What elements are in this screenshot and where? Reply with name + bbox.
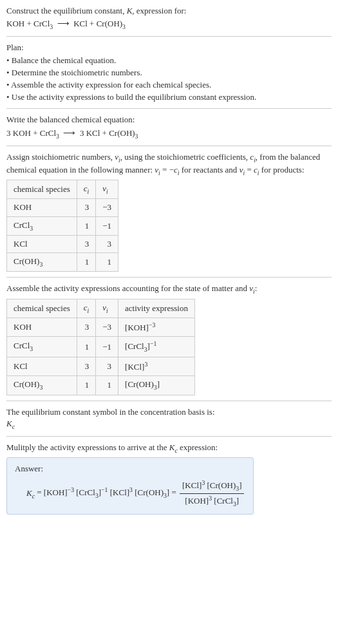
divider bbox=[6, 436, 332, 437]
plan-item: • Balance the chemical equation. bbox=[6, 55, 332, 66]
table-cell: [CrCl3]−1 bbox=[118, 337, 195, 357]
stoich-intro: Assign stoichiometric numbers, νi, using… bbox=[6, 151, 332, 177]
divider bbox=[6, 108, 332, 109]
table-cell: 1 bbox=[77, 337, 96, 357]
kc-symbol-label: The equilibrium constant symbol in the c… bbox=[6, 406, 332, 418]
table-row: KCl 3 3 [KCl]3 bbox=[7, 357, 195, 376]
table-cell: 1 bbox=[77, 376, 96, 395]
balanced-label: Write the balanced chemical equation: bbox=[6, 114, 332, 126]
table-header: ci bbox=[77, 299, 96, 317]
table-cell: KCl bbox=[7, 235, 77, 252]
table-cell: −1 bbox=[96, 337, 118, 357]
table-row: KOH 3 −3 bbox=[7, 199, 118, 216]
table-cell: KOH bbox=[7, 199, 77, 216]
table-cell: [KCl]3 bbox=[118, 357, 195, 376]
plan-item: • Use the activity expressions to build … bbox=[6, 91, 332, 103]
table-header: νi bbox=[96, 180, 118, 199]
table-cell: 3 bbox=[77, 235, 96, 252]
table-cell: 3 bbox=[77, 199, 96, 216]
table-header: chemical species bbox=[7, 299, 77, 317]
answer-box: Answer: Kc = [KOH]−3 [CrCl3]−1 [KCl]3 [C… bbox=[6, 457, 254, 514]
multiply-label: Mulitply the activity expressions to arr… bbox=[6, 442, 332, 455]
table-cell: [Cr(OH)3] bbox=[118, 376, 195, 395]
divider bbox=[6, 146, 332, 146]
kc-symbol: Kc bbox=[6, 418, 332, 431]
divider bbox=[6, 401, 332, 401]
activity-table: chemical species ci νi activity expressi… bbox=[6, 299, 195, 395]
stoich-table: chemical species ci νi KOH 3 −3 CrCl3 1 … bbox=[6, 180, 118, 272]
table-cell: [KOH]−3 bbox=[118, 317, 195, 337]
table-cell: CrCl3 bbox=[7, 216, 77, 235]
table-cell: Cr(OH)3 bbox=[7, 376, 77, 395]
table-row: Cr(OH)3 1 1 [Cr(OH)3] bbox=[7, 376, 195, 395]
table-row: CrCl3 1 −1 bbox=[7, 216, 118, 235]
page-title: Construct the equilibrium constant, K, e… bbox=[6, 5, 332, 17]
table-header: ci bbox=[77, 180, 96, 199]
table-cell: KCl bbox=[7, 357, 77, 376]
table-cell: 3 bbox=[96, 235, 118, 252]
table-cell: KOH bbox=[7, 317, 77, 337]
table-row: KCl 3 3 bbox=[7, 235, 118, 252]
table-cell: −1 bbox=[96, 216, 118, 235]
answer-label: Answer: bbox=[15, 463, 245, 475]
table-cell: Cr(OH)3 bbox=[7, 253, 77, 272]
table-header: activity expression bbox=[118, 299, 195, 317]
table-cell: 1 bbox=[77, 216, 96, 235]
table-cell: 1 bbox=[96, 376, 118, 395]
balanced-equation: 3 KOH + CrCl3 ⟶ 3 KCl + Cr(OH)3 bbox=[6, 128, 332, 140]
table-cell: −3 bbox=[96, 199, 118, 216]
answer-expression: Kc = [KOH]−3 [CrCl3]−1 [KCl]3 [Cr(OH)3] … bbox=[15, 478, 245, 508]
table-cell: 3 bbox=[77, 317, 96, 337]
table-header: νi bbox=[96, 299, 118, 317]
table-cell: 3 bbox=[96, 357, 118, 376]
table-header: chemical species bbox=[7, 180, 77, 199]
table-row: KOH 3 −3 [KOH]−3 bbox=[7, 317, 195, 337]
table-cell: CrCl3 bbox=[7, 337, 77, 357]
table-cell: 3 bbox=[77, 357, 96, 376]
table-cell: −3 bbox=[96, 317, 118, 337]
plan-label: Plan: bbox=[6, 42, 332, 53]
table-row: CrCl3 1 −1 [CrCl3]−1 bbox=[7, 337, 195, 357]
divider bbox=[6, 36, 332, 37]
table-cell: 1 bbox=[77, 253, 96, 272]
divider bbox=[6, 277, 332, 278]
activity-intro: Assemble the activity expressions accoun… bbox=[6, 283, 332, 296]
table-row: Cr(OH)3 1 1 bbox=[7, 253, 118, 272]
unbalanced-equation: KOH + CrCl3 ⟶ KCl + Cr(OH)3 bbox=[6, 18, 332, 31]
plan-item: • Determine the stoichiometric numbers. bbox=[6, 67, 332, 79]
plan-item: • Assemble the activity expression for e… bbox=[6, 79, 332, 91]
table-cell: 1 bbox=[96, 253, 118, 272]
